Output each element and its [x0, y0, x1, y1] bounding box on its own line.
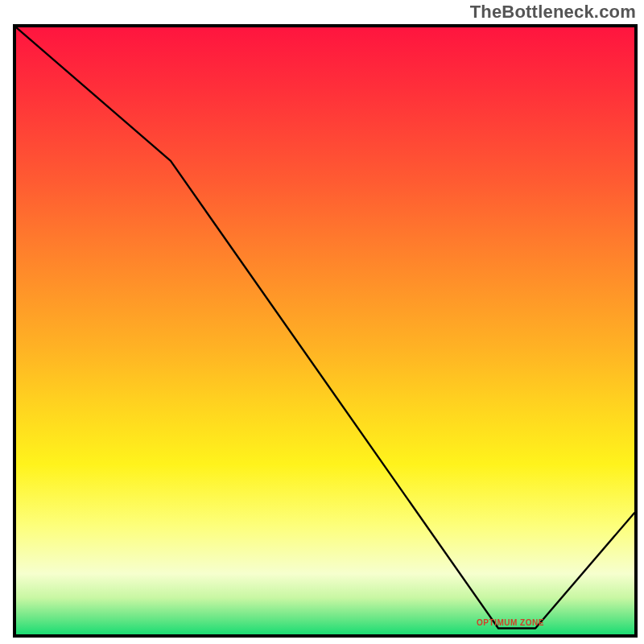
optimum-zone-label: OPTIMUM ZONE [477, 618, 544, 627]
chart-stage: TheBottleneck.com OPTIMUM ZONE [0, 0, 644, 644]
bottleneck-line [16, 27, 634, 634]
plot-frame: OPTIMUM ZONE [13, 24, 638, 638]
watermark-text: TheBottleneck.com [470, 2, 636, 23]
